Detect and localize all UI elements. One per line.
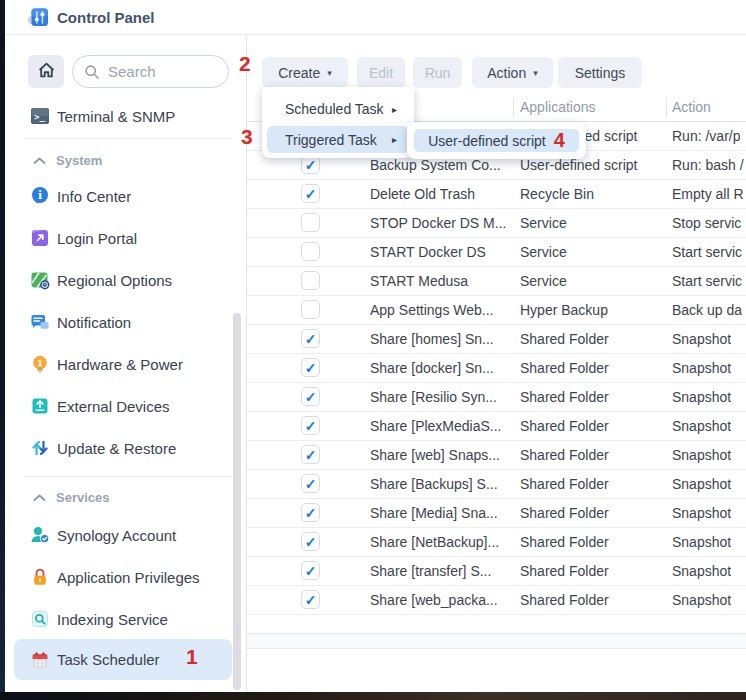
svg-text:>_: >_ bbox=[34, 112, 45, 122]
task-enabled-checkbox[interactable]: ✓ bbox=[301, 387, 320, 406]
edit-button: Edit bbox=[357, 57, 405, 88]
triggered-task-submenu: User-defined script4 bbox=[407, 122, 586, 159]
sidebar-group-label: Services bbox=[56, 490, 110, 505]
task-enabled-checkbox[interactable]: ✓ bbox=[301, 445, 320, 464]
table-row[interactable]: ✓ Share [web] Snaps... Shared Folder Sna… bbox=[247, 441, 746, 470]
sidebar-item-info-center[interactable]: iInfo Center bbox=[5, 175, 247, 217]
sidebar-item-label: Hardware & Power bbox=[57, 356, 183, 373]
annotation-4: 4 bbox=[554, 129, 565, 152]
sidebar-group-services[interactable]: Services bbox=[5, 485, 247, 509]
sidebar-item-notification[interactable]: Notification bbox=[5, 301, 247, 343]
table-row[interactable]: App Settings Web... Hyper Backup Back up… bbox=[247, 296, 746, 325]
task-enabled-checkbox[interactable]: ✓ bbox=[301, 590, 320, 609]
sidebar-item-regional-options[interactable]: Regional Options bbox=[5, 259, 247, 301]
sidebar-scrollbar[interactable] bbox=[233, 313, 241, 690]
hardware-power-icon: 1 bbox=[30, 354, 50, 374]
task-enabled-checkbox[interactable] bbox=[301, 242, 320, 261]
chevron-up-icon bbox=[33, 488, 46, 506]
task-name-cell: START Docker DS bbox=[370, 238, 513, 267]
annotation-1: 1 bbox=[186, 646, 198, 668]
task-action-cell: Stop servic bbox=[672, 209, 741, 238]
search-icon bbox=[84, 64, 100, 80]
table-row[interactable]: ✓ Share [docker] Sn... Shared Folder Sna… bbox=[247, 354, 746, 383]
column-header-applications[interactable]: Applications bbox=[520, 92, 596, 122]
sidebar-item-external-devices[interactable]: External Devices bbox=[5, 385, 247, 427]
task-enabled-checkbox[interactable]: ✓ bbox=[301, 358, 320, 377]
button-label: Create bbox=[278, 65, 320, 81]
settings-button[interactable]: Settings bbox=[558, 57, 642, 88]
menu-item-user-defined-script[interactable]: User-defined script4 bbox=[414, 129, 579, 152]
task-action-cell: Snapshot bbox=[672, 470, 731, 499]
table-row[interactable]: ✓ Share [Resilio Syn... Shared Folder Sn… bbox=[247, 383, 746, 412]
task-action-cell: Start servic bbox=[672, 267, 742, 296]
task-enabled-checkbox[interactable]: ✓ bbox=[301, 561, 320, 580]
task-enabled-checkbox[interactable]: ✓ bbox=[301, 503, 320, 522]
chevron-up-icon bbox=[33, 151, 46, 169]
sidebar-item-label: Application Privileges bbox=[57, 569, 200, 586]
task-action-cell: Snapshot bbox=[672, 586, 731, 615]
task-enabled-checkbox[interactable]: ✓ bbox=[301, 416, 320, 435]
sidebar-divider bbox=[24, 138, 230, 139]
sidebar-item-indexing-service[interactable]: Indexing Service bbox=[5, 598, 247, 640]
table-row[interactable]: START Docker DS Service Start servic bbox=[247, 238, 746, 267]
table-row[interactable]: ✓ Share [Backups] S... Shared Folder Sna… bbox=[247, 470, 746, 499]
task-enabled-checkbox[interactable] bbox=[301, 271, 320, 290]
task-action-cell: Snapshot bbox=[672, 383, 731, 412]
table-row[interactable]: ✓ Delete Old Trash Recycle Bin Empty all… bbox=[247, 180, 746, 209]
sidebar-item-synology-account[interactable]: Synology Account bbox=[5, 514, 247, 556]
table-row[interactable]: ✓ Share [web_packa... Shared Folder Snap… bbox=[247, 586, 746, 615]
action-button[interactable]: Action▾ bbox=[472, 57, 553, 88]
menu-item-scheduled-task[interactable]: Scheduled Task▸ bbox=[267, 95, 409, 123]
task-enabled-checkbox[interactable]: ✓ bbox=[301, 532, 320, 551]
home-button[interactable] bbox=[28, 55, 64, 88]
svg-text:1: 1 bbox=[37, 358, 42, 368]
table-row[interactable]: ✓ Share [transfer] S... Shared Folder Sn… bbox=[247, 557, 746, 586]
sidebar-divider bbox=[24, 476, 230, 477]
info-center-icon: i bbox=[30, 186, 50, 206]
sidebar-item-label: Info Center bbox=[57, 188, 131, 205]
task-action-cell: Run: bash / bbox=[672, 151, 744, 180]
task-enabled-checkbox[interactable] bbox=[301, 300, 320, 319]
task-enabled-checkbox[interactable]: ✓ bbox=[301, 474, 320, 493]
create-button[interactable]: Create▾ bbox=[262, 57, 348, 88]
task-name-cell: Delete Old Trash bbox=[370, 180, 513, 209]
desktop-background-strip bbox=[0, 692, 746, 700]
annotation-3: 3 bbox=[241, 126, 253, 148]
task-name-cell: App Settings Web... bbox=[370, 296, 513, 325]
sidebar-item-label: Task Scheduler bbox=[57, 651, 160, 668]
sidebar-item-hardware-power[interactable]: 1Hardware & Power bbox=[5, 343, 247, 385]
task-action-cell: Snapshot bbox=[672, 325, 731, 354]
table-row[interactable]: ✓ Share [Media] Sna... Shared Folder Sna… bbox=[247, 499, 746, 528]
table-row[interactable]: START Medusa Service Start servic bbox=[247, 267, 746, 296]
menu-item-label: Scheduled Task bbox=[285, 101, 384, 117]
button-label: Action bbox=[487, 65, 526, 81]
column-header-action[interactable]: Action bbox=[672, 92, 711, 122]
table-row[interactable]: STOP Docker DS M... Service Stop servic bbox=[247, 209, 746, 238]
run-button: Run bbox=[413, 57, 462, 88]
table-row[interactable]: ✓ Share [PlexMediaS... Shared Folder Sna… bbox=[247, 412, 746, 441]
table-row[interactable]: ✓ Share [homes] Sn... Shared Folder Snap… bbox=[247, 325, 746, 354]
sidebar-item-application-privileges[interactable]: Application Privileges bbox=[5, 556, 247, 598]
button-label: Edit bbox=[369, 65, 393, 81]
header-separator bbox=[513, 97, 514, 117]
task-enabled-checkbox[interactable]: ✓ bbox=[301, 184, 320, 203]
task-action-cell: Snapshot bbox=[672, 499, 731, 528]
search-input[interactable]: Search bbox=[72, 55, 229, 88]
sidebar-item-update-restore[interactable]: Update & Restore bbox=[5, 427, 247, 469]
task-enabled-checkbox[interactable] bbox=[301, 213, 320, 232]
submenu-arrow-icon: ▸ bbox=[392, 134, 397, 145]
task-application-cell: Shared Folder bbox=[520, 528, 665, 557]
sidebar-item-task-scheduler[interactable]: Task Scheduler bbox=[14, 639, 232, 680]
menu-item-triggered-task[interactable]: Triggered Task▸ bbox=[267, 126, 409, 153]
sidebar-group-system[interactable]: System bbox=[5, 148, 247, 172]
table-row[interactable]: ✓ Share [NetBackup]... Shared Folder Sna… bbox=[247, 528, 746, 557]
task-application-cell: Shared Folder bbox=[520, 499, 665, 528]
task-application-cell: Shared Folder bbox=[520, 383, 665, 412]
sidebar-item-terminal-snmp[interactable]: >_Terminal & SNMP bbox=[5, 95, 247, 137]
notification-icon bbox=[30, 312, 50, 332]
sidebar-item-login-portal[interactable]: Login Portal bbox=[5, 217, 247, 259]
button-label: Run bbox=[425, 65, 451, 81]
task-enabled-checkbox[interactable]: ✓ bbox=[301, 329, 320, 348]
task-name-cell: START Medusa bbox=[370, 267, 513, 296]
task-application-cell: Service bbox=[520, 267, 665, 296]
